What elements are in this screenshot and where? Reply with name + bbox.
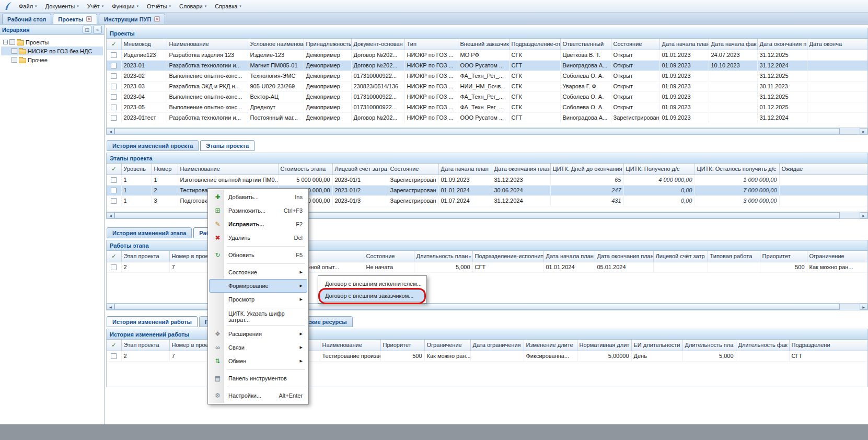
close-icon[interactable]: ✕ [154, 16, 160, 22]
column-header[interactable]: ЕИ длительности [631, 340, 682, 351]
submenu-item[interactable]: Договор с внешним исполнителем... [320, 277, 425, 290]
column-header[interactable]: Лицевой счёт затр [653, 251, 708, 262]
checkbox-cell[interactable] [107, 50, 121, 60]
context-menu-item[interactable]: ▤Панель инструментов [209, 372, 307, 385]
table-row[interactable]: 2023-01тестРазработка технологии и...Пос… [107, 112, 867, 123]
column-header[interactable]: Лицевой счёт затрат [332, 164, 388, 175]
scroll-right-button[interactable]: ▶ [860, 212, 867, 218]
tree-expander-icon[interactable]: − [3, 40, 8, 44]
checkbox-cell[interactable] [107, 60, 121, 71]
scroll-right-button[interactable]: ▶ [860, 304, 867, 310]
collapse-sidebar-button[interactable]: « [93, 26, 102, 33]
context-menu-item[interactable]: ∞Связи▶ [209, 341, 307, 354]
column-header[interactable]: Условное наименова [248, 39, 304, 50]
column-header[interactable]: Нормативная длит [577, 340, 631, 351]
section-tab[interactable]: История изменений этапа [107, 227, 192, 238]
row-checkbox[interactable] [111, 115, 117, 121]
row-checkbox[interactable] [111, 198, 117, 204]
column-header[interactable]: Длительность фак [736, 340, 789, 351]
main-tab[interactable]: Проекты✕ [53, 14, 97, 24]
column-header[interactable]: Этап проекта [121, 340, 169, 351]
context-menu-item[interactable]: ✚Добавить...Ins [209, 190, 307, 204]
column-header[interactable]: Дата начала план [438, 164, 492, 175]
column-header[interactable]: Ожидае [779, 164, 867, 175]
scroll-right-button[interactable]: ▶ [860, 128, 867, 134]
column-header[interactable]: Внешний заказчик [458, 39, 509, 50]
section-tab[interactable]: История изменений работы [107, 316, 198, 327]
column-header[interactable]: ЦИТК. Осталось получить д/с [695, 164, 779, 175]
column-header[interactable]: Приоритет [380, 340, 424, 351]
submenu-item[interactable]: Договор с внешним заказчиком... [320, 290, 425, 302]
scroll-left-button[interactable]: ◀ [107, 304, 114, 310]
tree-checkbox[interactable] [9, 39, 15, 45]
row-checkbox[interactable] [111, 84, 117, 89]
column-header[interactable]: Состояние [611, 39, 659, 50]
context-menu-item[interactable]: Состояние▶ [209, 265, 307, 279]
scrollbar-track[interactable] [840, 304, 860, 310]
tree-item[interactable]: −Проекты [1, 38, 103, 47]
column-header[interactable]: Стоимость этапа [278, 164, 332, 175]
row-checkbox[interactable] [111, 63, 117, 68]
column-header[interactable]: ЦИТК. Получено д/с [623, 164, 695, 175]
context-menu-item[interactable]: ✎Исправить...F2 [209, 217, 307, 231]
scrollbar-track[interactable] [840, 128, 860, 134]
column-header[interactable]: Дата окончания п [757, 39, 807, 50]
column-header[interactable]: Приоритет [760, 251, 807, 262]
table-row[interactable]: 2023-03Разработка ЭКД и РКД н...905-U020… [107, 81, 867, 91]
tree-checkbox[interactable] [11, 48, 17, 54]
table-row[interactable]: 2023-01Разработка технологии и...Магнит … [107, 60, 867, 71]
menubar-item[interactable]: Документы▾ [41, 2, 83, 11]
column-header[interactable]: Принадлежность [304, 39, 351, 50]
checkbox-cell[interactable] [107, 195, 121, 206]
checkbox-cell[interactable] [107, 81, 121, 91]
close-icon[interactable]: ✕ [86, 16, 92, 22]
context-menu-item[interactable]: Просмотр▶ [209, 293, 307, 306]
checkbox-cell[interactable] [107, 185, 121, 195]
checkbox-cell[interactable] [107, 262, 121, 272]
context-menu-item[interactable]: ⇅Обмен▶ [209, 354, 307, 368]
context-menu-item[interactable]: ✖УдалитьDel [209, 231, 307, 245]
column-header[interactable]: Ограничение [424, 340, 470, 351]
scroll-left-button[interactable]: ◀ [107, 212, 114, 218]
horizontal-scrollbar[interactable]: ◀ ▶ [107, 128, 867, 134]
row-checkbox[interactable] [111, 94, 117, 100]
column-header[interactable]: Наименование [178, 164, 278, 175]
row-checkbox[interactable] [111, 353, 117, 359]
scrollbar-track[interactable] [840, 212, 860, 218]
column-header[interactable]: Этап проекта [121, 251, 169, 262]
column-header[interactable]: Ограничение [807, 251, 867, 262]
column-header[interactable]: Дата окончания план [595, 251, 653, 262]
menubar-item[interactable]: Функции▾ [108, 2, 143, 11]
context-menu-item[interactable]: ЦИТК. Указать шифр затрат... [209, 310, 307, 323]
column-header[interactable]: Ответственный [560, 39, 611, 50]
table-row[interactable]: 2023-02Выполнение опытно-конс...Технолог… [107, 71, 867, 81]
column-header[interactable]: Состояние [364, 251, 414, 262]
column-header[interactable]: Дата оконча [807, 39, 867, 50]
row-checkbox[interactable] [111, 188, 117, 193]
menubar-item[interactable]: Учёт▾ [83, 2, 108, 11]
scrollbar-thumb[interactable] [114, 128, 840, 134]
section-tab[interactable]: История изменений проекта [107, 140, 199, 151]
table-row[interactable]: Изделие123Разработка изделия 123Изделие-… [107, 50, 867, 60]
row-checkbox[interactable] [111, 264, 117, 270]
table-row[interactable]: 11Изготовление опытной партии ПМ0...5 00… [107, 175, 867, 185]
column-header[interactable]: Подразделение-от [509, 39, 560, 50]
context-menu-item[interactable]: ⊞Размножить...Ctrl+F3 [209, 204, 307, 217]
column-header[interactable]: Дата начала факт [709, 39, 757, 50]
column-header[interactable]: Наименование [167, 39, 248, 50]
tree-checkbox[interactable] [11, 57, 17, 63]
column-header[interactable]: Уровень [121, 164, 152, 175]
column-header[interactable]: Длительность план▾ [414, 251, 472, 262]
menubar-item[interactable]: Словари▾ [175, 2, 211, 11]
tree-item[interactable]: Прочее [1, 55, 103, 64]
row-checkbox[interactable] [111, 105, 117, 110]
checkbox-cell[interactable] [107, 175, 121, 185]
row-checkbox[interactable] [111, 52, 117, 58]
checkbox-cell[interactable] [107, 112, 121, 123]
column-header[interactable]: Дата ограничения [470, 340, 524, 351]
select-all-header[interactable]: ✓ [107, 340, 121, 351]
column-header[interactable]: Длительность пла [682, 340, 736, 351]
table-row[interactable]: 2023-04Выполнение опытно-конс...Вектор-А… [107, 91, 867, 102]
context-menu-item[interactable]: ❖Расширения▶ [209, 327, 307, 341]
menubar-item[interactable]: Файл▾ [15, 2, 41, 11]
